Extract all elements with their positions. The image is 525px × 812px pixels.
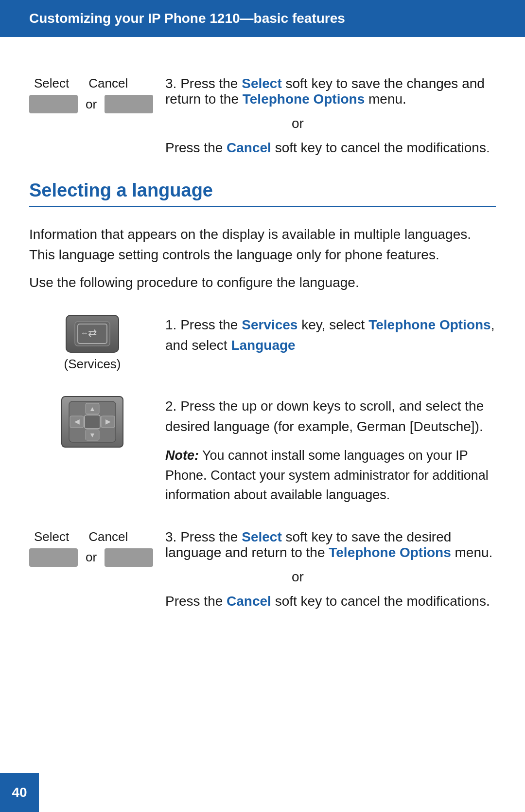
svg-rect-13 (85, 415, 100, 429)
top-step3-section: Select Cancel or 3. Press the Select sof… (29, 76, 496, 156)
step2-section: ▲ ▼ ◀ ▶ 2. Press the up or down k (29, 396, 496, 505)
step1-telephone-options-link: Telephone Options (368, 317, 490, 332)
top-select-label: Select (34, 76, 69, 91)
header-title: Customizing your IP Phone 1210—basic fea… (29, 11, 345, 26)
svg-text:↔: ↔ (81, 329, 88, 337)
top-telephone-options-link: Telephone Options (243, 91, 365, 107)
bottom-select-key-btn (29, 548, 78, 567)
top-or-centered: or (165, 116, 496, 131)
bottom-select-link: Select (242, 529, 282, 544)
top-step3-image-area: Select Cancel or (29, 76, 156, 113)
bottom-telephone-options-link: Telephone Options (329, 545, 451, 560)
intro-paragraph: Information that appears on the display … (29, 224, 496, 265)
selecting-language-heading: Selecting a language (29, 180, 496, 207)
bottom-cancel-paragraph: Press the Cancel soft key to cancel the … (165, 594, 496, 609)
page-content: Select Cancel or 3. Press the Select sof… (0, 37, 525, 658)
step2-main-text: 2. Press the up or down keys to scroll, … (165, 396, 496, 437)
svg-text:▼: ▼ (89, 431, 96, 439)
bottom-key-row: or (29, 548, 153, 567)
nav-key-svg: ▲ ▼ ◀ ▶ (68, 400, 117, 443)
services-icon-label: (Services) (64, 357, 121, 372)
top-or-inline: or (83, 97, 100, 112)
top-cancel-paragraph: Press the Cancel soft key to cancel the … (165, 140, 496, 156)
bottom-cancel-label: Cancel (88, 529, 128, 544)
step1-services-link: Services (242, 317, 298, 332)
bottom-step3-text: 3. Press the Select soft key to save the… (156, 529, 496, 609)
step1-language-link: Language (231, 338, 295, 353)
step2-text: 2. Press the up or down keys to scroll, … (156, 396, 496, 505)
svg-text:⇄: ⇄ (88, 327, 97, 339)
page-footer: 40 (0, 773, 525, 812)
bottom-cancel-key-btn (105, 548, 153, 567)
top-step3-paragraph: 3. Press the Select soft key to save the… (165, 76, 496, 107)
bottom-or-inline: or (83, 550, 100, 565)
step1-text: 1. Press the Services key, select Teleph… (156, 315, 496, 356)
step1-icon-area: ⇄ ↔ (Services) (29, 315, 156, 372)
top-cancel-label: Cancel (88, 76, 128, 91)
step1-section: ⇄ ↔ (Services) 1. Press the Services key… (29, 315, 496, 372)
svg-text:▶: ▶ (105, 417, 111, 425)
bottom-key-labels: Select Cancel (29, 529, 128, 544)
services-key-icon: ⇄ ↔ (66, 315, 119, 353)
page-number: 40 (0, 773, 39, 812)
top-cancel-key-btn (105, 95, 153, 113)
top-step3-text: 3. Press the Select soft key to save the… (156, 76, 496, 156)
procedure-text: Use the following procedure to configure… (29, 275, 496, 290)
services-key-svg: ⇄ ↔ (73, 320, 112, 348)
nav-key-icon: ▲ ▼ ◀ ▶ (61, 396, 123, 448)
step2-note: Note: You cannot install some languages … (165, 446, 496, 505)
bottom-cancel-link: Cancel (227, 594, 271, 609)
bottom-step3-image-area: Select Cancel or (29, 529, 156, 567)
page-header: Customizing your IP Phone 1210—basic fea… (0, 0, 525, 37)
bottom-select-label: Select (34, 529, 69, 544)
top-key-labels: Select Cancel (29, 76, 128, 91)
svg-text:◀: ◀ (74, 417, 80, 425)
svg-text:▲: ▲ (89, 405, 96, 413)
top-select-key-btn (29, 95, 78, 113)
bottom-step3-paragraph: 3. Press the Select soft key to save the… (165, 529, 496, 560)
top-select-link: Select (242, 76, 282, 91)
bottom-step3-section: Select Cancel or 3. Press the Select sof… (29, 529, 496, 609)
step2-icon-area: ▲ ▼ ◀ ▶ (29, 396, 156, 448)
top-cancel-link: Cancel (227, 140, 271, 155)
bottom-or-centered: or (165, 569, 496, 585)
top-key-row: or (29, 95, 153, 113)
